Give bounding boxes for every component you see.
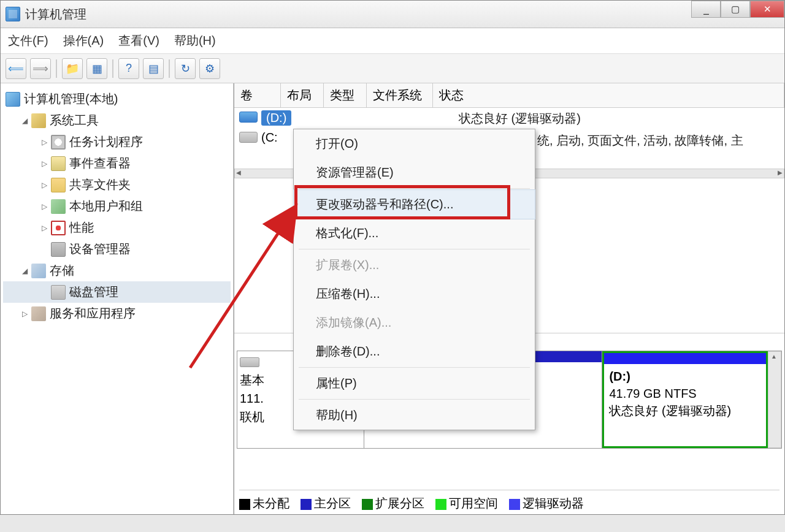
menu-view[interactable]: 查看(V): [118, 32, 159, 49]
volume-row-d[interactable]: (D:) 状态良好 (逻辑驱动器): [234, 108, 784, 128]
legend-extended: 扩展分区: [375, 496, 424, 510]
volume-c-label: (C:: [261, 131, 278, 145]
expand-icon[interactable]: ▷: [40, 224, 48, 232]
expand-icon[interactable]: ▷: [40, 159, 48, 168]
tree-shared-folders[interactable]: ▷共享文件夹: [3, 174, 231, 196]
forward-button[interactable]: ⟹: [30, 58, 51, 79]
tree-disk-management[interactable]: 磁盘管理: [3, 281, 231, 303]
volume-icon: [239, 112, 258, 123]
collapse-icon[interactable]: ◢: [20, 267, 29, 275]
refresh-icon[interactable]: ↻: [175, 58, 196, 79]
partition-d-size: 41.79 GB NTFS: [609, 385, 761, 402]
title-bar[interactable]: 计算机管理 ⎯ ▢ ✕: [1, 1, 784, 28]
col-volume[interactable]: 卷: [234, 83, 281, 107]
tree-event-viewer[interactable]: ▷事件查看器: [3, 153, 231, 174]
tree-systools-label: 系统工具: [50, 112, 99, 129]
legend-unallocated: 未分配: [253, 496, 289, 510]
tree-services-apps[interactable]: ▷服务和应用程序: [3, 303, 231, 324]
legend-extended-swatch: [362, 499, 373, 510]
ctx-separator: [299, 249, 530, 249]
partition-d-status: 状态良好 (逻辑驱动器): [609, 402, 761, 419]
tree-root-label: 计算机管理(本地): [24, 91, 118, 107]
tree-local-users[interactable]: ▷本地用户和组: [3, 196, 231, 217]
row-d-status-tail: 状态良好 (逻辑驱动器): [459, 110, 581, 127]
col-type[interactable]: 类型: [324, 83, 367, 107]
volume-icon: [239, 132, 258, 143]
ctx-change-drive-letter[interactable]: 更改驱动器号和路径(C)...: [293, 189, 535, 219]
legend-primary-swatch: [301, 499, 312, 510]
partition-d-label: (D:): [609, 368, 761, 385]
storage-icon: [31, 264, 46, 278]
tree-device-label: 设备管理器: [69, 241, 131, 257]
col-layout[interactable]: 布局: [281, 83, 324, 107]
ctx-add-mirror: 添加镜像(A)...: [294, 308, 535, 337]
navigation-tree[interactable]: 计算机管理(本地) ◢系统工具 ▷任务计划程序 ▷事件查看器 ▷共享文件夹 ▷本…: [1, 83, 234, 514]
computer-icon: [6, 92, 20, 107]
tree-disk-label: 磁盘管理: [69, 284, 118, 300]
services-icon: [31, 306, 46, 321]
settings-icon[interactable]: ⚙: [199, 58, 220, 79]
menu-action[interactable]: 操作(A): [63, 32, 104, 49]
help-icon[interactable]: ?: [118, 58, 139, 79]
tree-performance[interactable]: ▷性能: [3, 217, 231, 238]
expand-icon[interactable]: ▷: [40, 138, 48, 146]
context-menu: 打开(O) 资源管理器(E) 更改驱动器号和路径(C)... 格式化(F)...…: [293, 129, 535, 430]
detail-icon[interactable]: ▤: [143, 58, 164, 79]
expand-icon[interactable]: ▷: [40, 202, 48, 211]
expand-icon: [40, 288, 48, 297]
ctx-format[interactable]: 格式化(F)...: [294, 219, 535, 248]
expand-icon[interactable]: ▷: [20, 310, 29, 318]
tree-storage[interactable]: ◢存储: [3, 260, 231, 281]
window-title: 计算机管理: [25, 6, 86, 23]
ctx-delete[interactable]: 删除卷(D)...: [294, 337, 535, 366]
event-icon: [51, 156, 66, 171]
tree-services-label: 服务和应用程序: [50, 305, 136, 322]
tree-sched-label: 任务计划程序: [69, 134, 143, 150]
col-status[interactable]: 状态: [433, 83, 784, 107]
maximize-button[interactable]: ▢: [721, 1, 750, 18]
up-folder-icon[interactable]: 📁: [62, 58, 83, 79]
ctx-shrink[interactable]: 压缩卷(H)...: [294, 279, 535, 308]
ctx-extend: 扩展卷(X)...: [294, 251, 535, 279]
menu-help[interactable]: 帮助(H): [174, 32, 216, 49]
disk-icon: [240, 357, 259, 367]
device-icon: [51, 242, 66, 257]
menu-file[interactable]: 文件(F): [8, 32, 48, 49]
tree-task-scheduler[interactable]: ▷任务计划程序: [3, 131, 231, 153]
menu-bar: 文件(F) 操作(A) 查看(V) 帮助(H): [1, 28, 784, 54]
tree-perf-label: 性能: [69, 219, 94, 236]
tree-system-tools[interactable]: ◢系统工具: [3, 110, 231, 131]
expand-icon: [40, 245, 48, 254]
ctx-open[interactable]: 打开(O): [294, 129, 535, 158]
tools-icon: [31, 113, 46, 128]
ctx-help[interactable]: 帮助(H): [294, 401, 535, 430]
disk-icon: [51, 285, 66, 300]
tree-device-manager[interactable]: 设备管理器: [3, 238, 231, 260]
row-c-status-tail: 统, 启动, 页面文件, 活动, 故障转储, 主: [537, 132, 743, 149]
col-filesystem[interactable]: 文件系统: [367, 83, 433, 107]
toolbar: ⟸ ⟹ 📁 ▦ ? ▤ ↻ ⚙: [1, 54, 784, 83]
minimize-button[interactable]: ⎯: [691, 1, 721, 18]
users-icon: [51, 199, 66, 214]
toolbar-separator: [56, 59, 57, 78]
volume-d-label: (D:): [261, 110, 291, 126]
vertical-scrollbar[interactable]: [768, 351, 781, 448]
panel-icon[interactable]: ▦: [86, 58, 107, 79]
back-button[interactable]: ⟸: [6, 58, 26, 79]
collapse-icon[interactable]: ◢: [20, 116, 29, 125]
close-button[interactable]: ✕: [750, 1, 784, 18]
legend-logical-swatch: [509, 499, 520, 510]
legend-free: 可用空间: [449, 496, 498, 510]
app-icon: [6, 7, 20, 21]
ctx-properties[interactable]: 属性(P): [294, 369, 535, 398]
partition-d-header: [604, 353, 766, 364]
ctx-separator: [299, 188, 530, 189]
expand-icon[interactable]: ▷: [40, 181, 48, 189]
tree-root[interactable]: 计算机管理(本地): [3, 88, 231, 110]
volume-list-header: 卷 布局 类型 文件系统 状态: [234, 83, 784, 108]
tree-storage-label: 存储: [50, 262, 74, 279]
partition-d[interactable]: (D:) 41.79 GB NTFS 状态良好 (逻辑驱动器): [602, 351, 768, 448]
legend-free-swatch: [435, 499, 446, 510]
toolbar-separator: [112, 59, 113, 78]
ctx-explorer[interactable]: 资源管理器(E): [294, 158, 535, 187]
